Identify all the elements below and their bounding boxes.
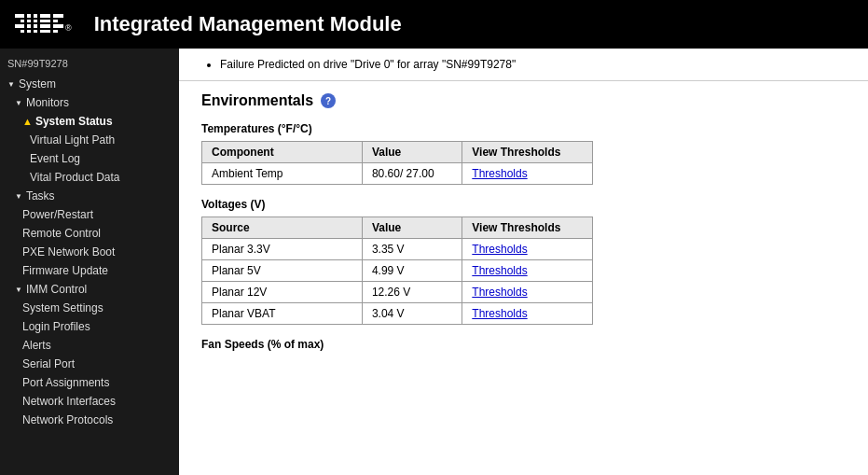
serial-number: SN#99T9278: [0, 52, 179, 75]
expand-icon: ▼: [7, 80, 15, 89]
fan-speeds-title: Fan Speeds (% of max): [201, 338, 846, 351]
volt-threshold-link[interactable]: Thresholds: [472, 286, 527, 299]
sidebar-item-label: System: [19, 77, 56, 91]
svg-rect-6: [37, 14, 40, 33]
sidebar-item-system-status[interactable]: ▲ System Status: [0, 112, 179, 131]
sidebar: SN#99T9278 ▼ System ▼ Monitors ▲ System …: [0, 49, 179, 475]
alert-bar: Failure Predicted on drive "Drive 0" for…: [179, 49, 868, 81]
sidebar-item-virtual-light-path[interactable]: Virtual Light Path: [0, 131, 179, 149]
volt-col-threshold: View Thresholds: [462, 217, 593, 239]
section-title: Environmentals: [201, 92, 313, 109]
content-body: Environmentals ? Temperatures (°F/°C) Co…: [179, 81, 868, 368]
sidebar-item-label: Login Profiles: [22, 320, 90, 333]
alert-triangle-icon: ▲: [22, 116, 33, 127]
section-title-row: Environmentals ?: [201, 92, 846, 109]
volt-threshold-cell: Thresholds: [462, 303, 593, 325]
expand-icon: ▼: [15, 99, 22, 107]
sidebar-item-serial-port[interactable]: Serial Port: [0, 355, 179, 373]
sidebar-item-label: IMM Control: [26, 283, 87, 296]
table-row: Planar 5V 4.99 V Thresholds: [202, 260, 593, 282]
volt-threshold-cell: Thresholds: [462, 282, 593, 303]
sidebar-item-label: Tasks: [26, 189, 55, 203]
sidebar-item-tasks[interactable]: ▼ Tasks: [0, 187, 179, 205]
sidebar-item-label: Event Log: [30, 152, 80, 165]
sidebar-item-label: PXE Network Boot: [22, 245, 115, 258]
sidebar-item-monitors[interactable]: ▼ Monitors: [0, 93, 179, 112]
sidebar-item-label: Network Interfaces: [22, 395, 116, 408]
sidebar-item-system-settings[interactable]: System Settings: [0, 299, 179, 317]
sidebar-item-label: Power/Restart: [22, 208, 93, 221]
table-row: Planar 3.3V 3.35 V Thresholds: [202, 239, 593, 260]
volt-threshold-cell: Thresholds: [462, 239, 593, 260]
volt-threshold-link[interactable]: Thresholds: [472, 264, 527, 277]
expand-icon: ▼: [15, 286, 22, 294]
sidebar-item-vital-product-data[interactable]: Vital Product Data: [0, 168, 179, 187]
sidebar-item-label: Serial Port: [22, 357, 75, 370]
volt-source: Planar 3.3V: [202, 239, 363, 260]
sidebar-item-login-profiles[interactable]: Login Profiles: [0, 317, 179, 336]
volt-threshold-link[interactable]: Thresholds: [472, 307, 527, 320]
temp-col-component: Component: [202, 142, 363, 163]
sidebar-item-label: Alerts: [22, 339, 51, 352]
main-layout: SN#99T9278 ▼ System ▼ Monitors ▲ System …: [0, 49, 868, 475]
volt-source: Planar 12V: [202, 282, 363, 303]
logo-area: ®: [15, 14, 72, 35]
help-icon[interactable]: ?: [321, 93, 336, 108]
svg-rect-5: [31, 14, 34, 33]
temp-value: 80.60/ 27.00: [362, 163, 462, 185]
temp-col-value: Value: [362, 142, 462, 163]
volt-threshold-cell: Thresholds: [462, 260, 593, 282]
sidebar-item-label: Port Assignments: [22, 376, 109, 389]
sidebar-item-remote-control[interactable]: Remote Control: [0, 224, 179, 243]
temp-component: Ambient Temp: [202, 163, 363, 185]
content-area: Failure Predicted on drive "Drive 0" for…: [179, 49, 868, 475]
sidebar-item-label: Network Protocols: [22, 413, 113, 426]
sidebar-item-label: Remote Control: [22, 227, 101, 240]
sidebar-item-imm-control[interactable]: ▼ IMM Control: [0, 280, 179, 299]
volt-value: 4.99 V: [362, 260, 462, 282]
header: ® Integrated Management Module: [0, 0, 868, 49]
sidebar-item-pxe-network-boot[interactable]: PXE Network Boot: [0, 243, 179, 261]
sidebar-item-alerts[interactable]: Alerts: [0, 336, 179, 355]
volt-threshold-link[interactable]: Thresholds: [472, 243, 527, 256]
sidebar-item-label: Firmware Update: [22, 264, 108, 277]
ibm-logo-icon: [15, 14, 63, 35]
sidebar-item-network-interfaces[interactable]: Network Interfaces: [0, 392, 179, 411]
temp-col-threshold: View Thresholds: [462, 142, 593, 163]
temperatures-title: Temperatures (°F/°C): [201, 122, 846, 135]
sidebar-item-label: System Status: [35, 115, 113, 128]
volt-col-value: Value: [362, 217, 462, 239]
volt-value: 3.35 V: [362, 239, 462, 260]
table-row: Planar 12V 12.26 V Thresholds: [202, 282, 593, 303]
svg-rect-7: [50, 14, 53, 33]
logo-dot: ®: [65, 23, 72, 33]
volt-source: Planar VBAT: [202, 303, 363, 325]
page-main-title: Integrated Management Module: [94, 12, 402, 36]
sidebar-item-port-assignments[interactable]: Port Assignments: [0, 373, 179, 392]
expand-icon: ▼: [15, 192, 22, 201]
voltages-title: Voltages (V): [201, 198, 846, 211]
sidebar-item-system[interactable]: ▼ System: [0, 75, 179, 93]
sidebar-item-label: Monitors: [26, 96, 69, 109]
sidebar-item-label: Vital Product Data: [30, 171, 120, 184]
volt-value: 12.26 V: [362, 282, 462, 303]
sidebar-item-firmware-update[interactable]: Firmware Update: [0, 261, 179, 280]
table-row: Ambient Temp 80.60/ 27.00 Thresholds: [202, 163, 593, 185]
sidebar-item-label: System Settings: [22, 301, 103, 314]
volt-col-source: Source: [202, 217, 363, 239]
alert-message: Failure Predicted on drive "Drive 0" for…: [220, 58, 846, 71]
volt-value: 3.04 V: [362, 303, 462, 325]
sidebar-item-label: Virtual Light Path: [30, 133, 115, 147]
sidebar-item-network-protocols[interactable]: Network Protocols: [0, 411, 179, 429]
table-row: Planar VBAT 3.04 V Thresholds: [202, 303, 593, 325]
sidebar-item-power-restart[interactable]: Power/Restart: [0, 205, 179, 224]
volt-source: Planar 5V: [202, 260, 363, 282]
voltages-table: Source Value View Thresholds Planar 3.3V…: [201, 217, 593, 325]
temp-threshold-link[interactable]: Thresholds: [472, 167, 527, 180]
temp-threshold-cell: Thresholds: [462, 163, 593, 185]
sidebar-item-event-log[interactable]: Event Log: [0, 149, 179, 168]
temperatures-table: Component Value View Thresholds Ambient …: [201, 141, 593, 185]
svg-rect-4: [24, 14, 27, 33]
